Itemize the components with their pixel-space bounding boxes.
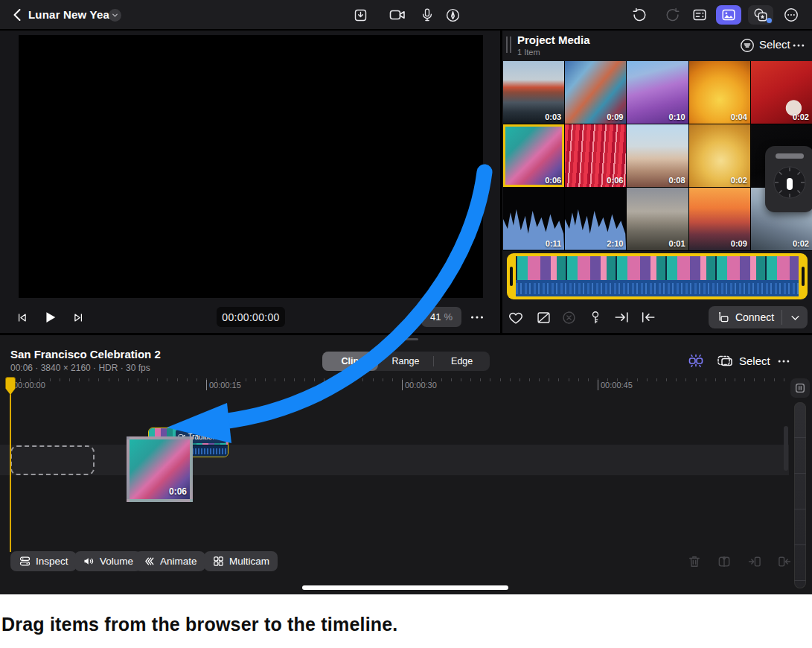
playhead-line[interactable] bbox=[10, 377, 11, 552]
overwrite-clip-button[interactable] bbox=[774, 551, 795, 571]
ruler-tick bbox=[764, 378, 765, 381]
timecode-display[interactable]: 00:00:00:00 bbox=[217, 307, 285, 327]
arrow-to-start-icon bbox=[640, 309, 656, 325]
media-thumbnail-bay-bridge[interactable]: 0:09 bbox=[689, 188, 750, 250]
panel-drag-handle[interactable] bbox=[506, 36, 511, 53]
effects-button[interactable] bbox=[748, 5, 773, 25]
media-thumbnail-purple-lion[interactable]: 0:10 bbox=[627, 61, 688, 124]
ruler-tick bbox=[118, 378, 119, 381]
play-icon bbox=[42, 309, 58, 325]
browser-item-count: 1 Item bbox=[517, 48, 540, 57]
split-clip-button[interactable] bbox=[714, 551, 735, 571]
inspect-label: Inspect bbox=[36, 556, 68, 567]
timeline-ruler[interactable]: 00:00:0000:00:1500:00:3000:00:45 bbox=[0, 377, 789, 396]
media-thumbnail-opera-art[interactable]: 0:06 bbox=[503, 124, 564, 187]
edit-mode-segmented-control: Clip Range Edge bbox=[322, 352, 490, 371]
skip-back-icon bbox=[16, 311, 28, 324]
connect-button-main[interactable]: Connect bbox=[709, 311, 781, 325]
more-menu-button[interactable] bbox=[780, 5, 802, 25]
volume-button[interactable]: Volume bbox=[74, 551, 141, 571]
favorite-button[interactable] bbox=[506, 308, 525, 327]
media-browser-button[interactable] bbox=[716, 5, 741, 25]
trim-handle-left[interactable] bbox=[510, 267, 513, 286]
record-audio-button[interactable] bbox=[416, 5, 438, 25]
ruler-tick bbox=[265, 378, 266, 381]
pencil-tool-button[interactable] bbox=[441, 5, 464, 25]
connect-label: Connect bbox=[735, 311, 774, 323]
timeline-edge-handle[interactable] bbox=[784, 426, 788, 471]
dragged-media-thumbnail[interactable]: 0:06 bbox=[127, 436, 193, 502]
insert-from-start-button[interactable] bbox=[639, 308, 658, 327]
timeline-zoom-slider[interactable] bbox=[794, 402, 806, 588]
media-thumbnail-red-ribbons[interactable]: 0:06 bbox=[565, 124, 626, 187]
media-thumbnail-red-lanterns[interactable]: 0:02 bbox=[751, 61, 812, 124]
zoom-value: 41 bbox=[430, 311, 441, 323]
insert-clip-button[interactable] bbox=[744, 551, 765, 571]
timeline-resize-handle[interactable] bbox=[393, 338, 418, 340]
media-thumbnail-lucky-cat[interactable]: 0:02 bbox=[689, 124, 750, 187]
reject-button[interactable] bbox=[534, 308, 553, 327]
media-thumbnail-yellow-lion[interactable]: 0:04 bbox=[689, 61, 750, 124]
undo-button[interactable] bbox=[628, 5, 650, 25]
browser-select-button[interactable]: Select bbox=[759, 38, 790, 51]
viewer-options-button[interactable] bbox=[467, 308, 487, 327]
ruler-tick bbox=[666, 378, 667, 381]
ruler-tick bbox=[656, 378, 657, 381]
clip-height-button[interactable] bbox=[790, 378, 810, 398]
clip-duration: 0:09 bbox=[607, 112, 623, 121]
play-button[interactable] bbox=[40, 308, 60, 327]
browser-filter-button[interactable] bbox=[739, 37, 755, 54]
import-button[interactable] bbox=[349, 5, 371, 25]
tab-edge[interactable]: Edge bbox=[434, 352, 490, 371]
timeline-select-button[interactable]: Select bbox=[739, 355, 770, 367]
chevron-left-icon bbox=[9, 6, 27, 24]
ruler-tick bbox=[333, 378, 334, 381]
skimming-icon bbox=[687, 352, 705, 369]
timeline-more-button[interactable] bbox=[774, 355, 793, 368]
selected-clip-filmstrip[interactable] bbox=[507, 253, 808, 299]
effects-badge-dot bbox=[767, 18, 772, 23]
inspector-button[interactable] bbox=[688, 5, 711, 25]
keyword-button[interactable] bbox=[586, 308, 605, 327]
ruler-tick bbox=[392, 378, 393, 381]
ruler-tick bbox=[294, 378, 295, 381]
viewer-zoom-control[interactable]: 41% bbox=[421, 307, 461, 327]
multicam-icon bbox=[212, 555, 225, 568]
delete-selection-button[interactable] bbox=[559, 308, 578, 327]
record-video-button[interactable] bbox=[386, 5, 409, 25]
clip-appearance-button[interactable] bbox=[715, 351, 735, 370]
project-menu-button[interactable] bbox=[109, 9, 121, 22]
jog-wheel-widget[interactable] bbox=[765, 146, 812, 212]
home-indicator[interactable] bbox=[302, 585, 508, 590]
tab-range[interactable]: Range bbox=[378, 352, 434, 371]
skip-to-end-button[interactable] bbox=[68, 308, 88, 327]
connect-button[interactable]: Connect bbox=[709, 306, 808, 328]
tab-clip[interactable]: Clip bbox=[322, 352, 378, 371]
trim-handle-right[interactable] bbox=[802, 267, 805, 286]
redo-icon bbox=[665, 7, 681, 23]
video-canvas[interactable] bbox=[19, 35, 483, 298]
skimming-toggle-button[interactable] bbox=[685, 351, 706, 370]
connect-options-button[interactable] bbox=[782, 312, 808, 323]
multicam-button[interactable]: Multicam bbox=[204, 551, 278, 571]
jog-wheel-handle[interactable] bbox=[776, 153, 804, 159]
media-thumbnail-waveform-1[interactable]: 0:11 bbox=[503, 188, 564, 250]
append-clip-button[interactable] bbox=[612, 308, 631, 327]
jog-wheel-dial[interactable] bbox=[773, 165, 807, 200]
media-thumbnail-mural[interactable]: 0:09 bbox=[565, 61, 626, 124]
back-button[interactable] bbox=[9, 6, 27, 24]
animate-button[interactable]: Animate bbox=[135, 551, 205, 571]
media-thumbnail-city-hall[interactable]: 0:01 bbox=[627, 188, 688, 250]
inspect-button[interactable]: Inspect bbox=[10, 551, 77, 571]
ruler-tick bbox=[255, 378, 256, 381]
media-thumbnail-waveform-2[interactable]: 2:10 bbox=[565, 188, 626, 250]
delete-clip-button[interactable] bbox=[684, 551, 705, 571]
media-thumbnail-golden-gate-couple[interactable]: 0:03 bbox=[503, 61, 564, 124]
browser-more-button[interactable] bbox=[790, 38, 808, 53]
ruler-tick bbox=[284, 378, 285, 381]
redo-button[interactable] bbox=[662, 5, 684, 25]
ruler-tick bbox=[362, 378, 363, 381]
media-thumbnail-parade-women[interactable]: 0:08 bbox=[627, 124, 688, 187]
skip-to-start-button[interactable] bbox=[12, 308, 31, 327]
ruler-tick bbox=[588, 378, 589, 381]
